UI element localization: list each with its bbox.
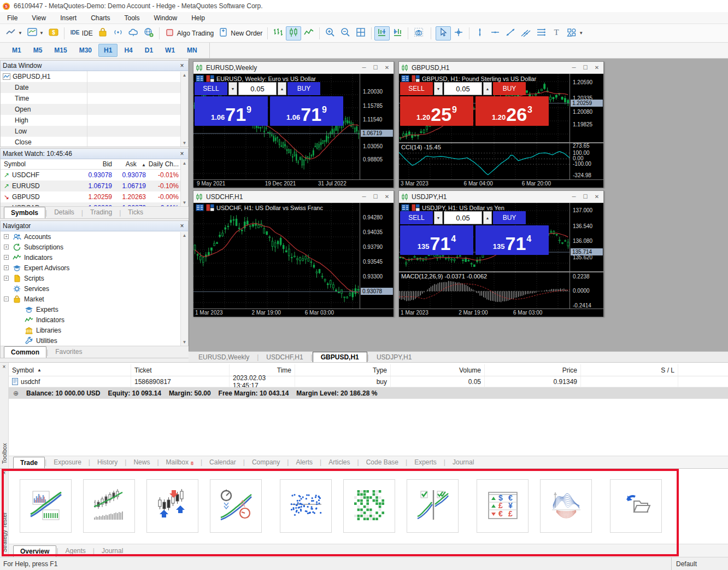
toolbox-tab-company[interactable]: Company xyxy=(245,456,287,468)
equidistant-channel-button[interactable] xyxy=(518,26,533,40)
market-watch-tab-trading[interactable]: Trading xyxy=(83,206,119,218)
chart-window-usdchf-h1[interactable]: USDCHF,H1─☐✕USDCHF, H1: US Dollar vs Swi… xyxy=(193,190,394,317)
algo-trading-button[interactable]: Algo Trading xyxy=(162,26,216,40)
navigator-item-subscriptions[interactable]: +Subscriptions xyxy=(1,242,188,252)
col-bid[interactable]: Bid xyxy=(66,160,112,168)
chart-shift-button[interactable] xyxy=(390,26,405,40)
toolbox-tab-trade[interactable]: Trade xyxy=(13,457,45,468)
text-label-button[interactable]: T xyxy=(549,26,564,40)
close-icon[interactable]: ✕ xyxy=(592,65,601,71)
buy-price-box[interactable]: 1.06719 xyxy=(270,96,343,126)
toolbox-tab-articles[interactable]: Articles xyxy=(321,456,357,468)
volume-input[interactable]: 0.05 xyxy=(238,82,277,95)
expand-icon[interactable]: + xyxy=(4,276,9,281)
timeframe-m1[interactable]: M1 xyxy=(7,44,27,57)
navigator-scrollbar[interactable]: ▲▼ xyxy=(180,232,188,346)
close-icon[interactable]: ✕ xyxy=(592,194,601,200)
navigator-item-experts[interactable]: Experts xyxy=(1,304,188,315)
tester-card-forward-test[interactable] xyxy=(407,479,459,533)
market-button[interactable] xyxy=(95,26,110,40)
chart-tab-eurusd-weekly[interactable]: EURUSD,Weekly xyxy=(191,352,257,362)
scroll-up-icon[interactable]: ▲ xyxy=(183,233,187,238)
trade-col-symbol[interactable]: Symbol ▲ xyxy=(9,364,131,376)
chart-tab-usdjpy-h1[interactable]: USDJPY,H1 xyxy=(369,352,419,362)
buy-button[interactable]: BUY xyxy=(287,82,320,95)
expand-icon[interactable]: + xyxy=(4,265,9,270)
menu-tools[interactable]: Tools xyxy=(118,13,147,23)
bars-button[interactable] xyxy=(271,26,286,40)
navigator-item-market[interactable]: −Market xyxy=(1,294,188,304)
tester-card-candles-volumes[interactable] xyxy=(83,479,135,533)
chart-window-titlebar[interactable]: USDCHF,H1─☐✕ xyxy=(193,191,394,203)
toolbox-tab-news[interactable]: News xyxy=(126,456,157,468)
tester-card-math-surface[interactable] xyxy=(540,479,592,533)
buy-button[interactable]: BUY xyxy=(493,211,526,224)
market-watch-row-usdcad[interactable]: ↗USDCAD1.362661.362700.11% xyxy=(1,202,188,206)
market-watch-row-eurusd[interactable]: ↗EURUSD1.067191.06719-0.10% xyxy=(1,181,188,191)
toolbox-tab-history[interactable]: History xyxy=(90,456,125,468)
expand-icon[interactable]: + xyxy=(4,234,9,239)
tester-card-optimization-matrix[interactable] xyxy=(343,479,395,533)
volume-increase-icon[interactable]: ▲ xyxy=(483,211,492,224)
buy-price-box[interactable]: 1.20263 xyxy=(475,96,549,126)
timeframe-w1[interactable]: W1 xyxy=(160,44,180,57)
market-watch-tab-symbols[interactable]: Symbols xyxy=(4,207,45,218)
minimize-icon[interactable]: ─ xyxy=(570,65,578,71)
scroll-down-icon[interactable]: ▼ xyxy=(183,141,187,146)
sell-button[interactable]: SELL xyxy=(400,82,433,95)
vertical-line-button[interactable] xyxy=(472,26,488,40)
tester-card-open-folder[interactable] xyxy=(610,479,662,533)
chart-window-titlebar[interactable]: GBPUSD,H1─☐✕ xyxy=(399,62,603,74)
collapse-icon[interactable]: − xyxy=(4,296,9,301)
chart-tab-gbpusd-h1[interactable]: GBPUSD,H1 xyxy=(313,352,367,362)
buy-button[interactable]: BUY xyxy=(493,82,526,95)
volume-input[interactable]: 0.05 xyxy=(444,211,482,224)
expand-icon[interactable]: + xyxy=(4,255,9,260)
tile-windows-button[interactable] xyxy=(353,26,368,40)
market-watch-scrollbar[interactable]: ▲▼ xyxy=(180,160,188,206)
depth-of-market-icon[interactable] xyxy=(412,204,420,211)
chevron-down-icon[interactable]: ▼ xyxy=(579,31,583,36)
close-icon[interactable]: × xyxy=(178,222,186,230)
navigator-item-indicators[interactable]: Indicators xyxy=(1,315,188,325)
chart-tab-usdchf-h1[interactable]: USDCHF,H1 xyxy=(259,352,310,362)
chart-window-titlebar[interactable]: EURUSD,Weekly─☐✕ xyxy=(193,62,394,74)
chart-window-button[interactable]: ▼ xyxy=(25,26,46,40)
minimize-icon[interactable]: ─ xyxy=(570,194,578,200)
new-order-button[interactable]: New Order xyxy=(216,26,265,40)
toolbox-tab-code-base[interactable]: Code Base xyxy=(359,456,406,468)
scroll-down-icon[interactable]: ▼ xyxy=(183,340,187,345)
timeframe-m15[interactable]: M15 xyxy=(49,44,72,57)
menu-insert[interactable]: Insert xyxy=(53,13,84,23)
chart-canvas[interactable]: GBPUSD, H1: Pound Sterling vs US DollarS… xyxy=(399,74,603,188)
maximize-icon[interactable]: ☐ xyxy=(581,65,590,71)
navigator-item-indicators[interactable]: +Indicators xyxy=(1,252,188,263)
timeframe-mn[interactable]: MN xyxy=(181,44,203,57)
zoom-in-button[interactable] xyxy=(322,26,338,40)
timeframe-h1[interactable]: H1 xyxy=(98,44,118,57)
sell-price-box[interactable]: 135714 xyxy=(400,225,473,255)
market-watch-row-gbpusd[interactable]: ↘GBPUSD1.202591.20263-0.00% xyxy=(1,191,188,202)
financial-button[interactable]: $ xyxy=(46,26,61,40)
trade-col-ticket[interactable]: Ticket xyxy=(131,364,230,376)
menu-help[interactable]: Help xyxy=(184,13,212,23)
navigator-item-services[interactable]: Services xyxy=(1,283,188,294)
sell-price-box[interactable]: 1.20259 xyxy=(400,96,473,126)
zoom-out-button[interactable] xyxy=(338,26,353,40)
chart-window-titlebar[interactable]: USDJPY,H1─☐✕ xyxy=(399,191,603,203)
scroll-up-icon[interactable]: ▲ xyxy=(183,161,187,166)
expand-circle-icon[interactable]: ⊕ xyxy=(13,389,19,397)
tester-tab-overview[interactable]: Overview xyxy=(13,545,56,557)
trendline-button[interactable] xyxy=(503,26,518,40)
vps-button[interactable] xyxy=(141,26,156,40)
line-chart-button[interactable] xyxy=(301,26,316,40)
scroll-to-end-button[interactable] xyxy=(374,26,390,40)
chart-window-gbpusd-h1[interactable]: GBPUSD,H1─☐✕GBPUSD, H1: Pound Sterling v… xyxy=(398,61,604,188)
tester-card-symbols-table[interactable]: $€£¥€£ xyxy=(477,479,529,533)
sell-price-box[interactable]: 1.06719 xyxy=(195,96,268,126)
depth-of-market-icon[interactable] xyxy=(412,75,420,82)
chart-canvas[interactable]: EURUSD, Weekly: Euro vs US DollarSELL▼0.… xyxy=(193,74,394,188)
timeframe-d1[interactable]: D1 xyxy=(139,44,158,57)
fibo-lines-button[interactable] xyxy=(533,26,549,40)
close-icon[interactable]: × xyxy=(3,469,6,476)
